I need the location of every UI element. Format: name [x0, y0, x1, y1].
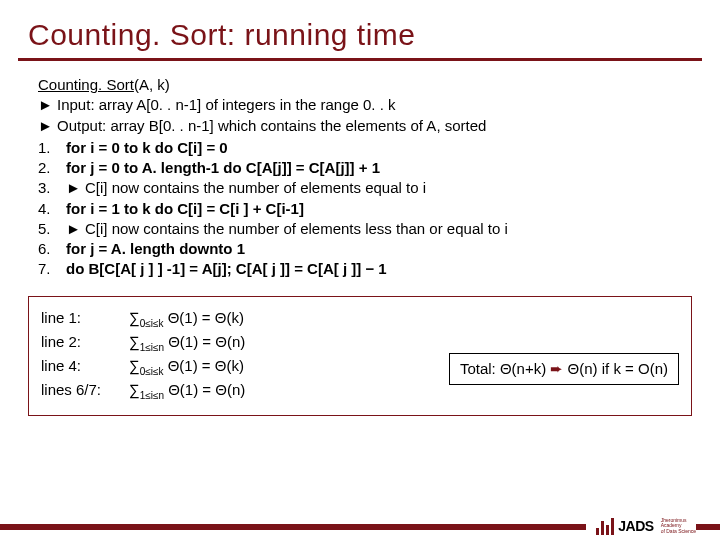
slide-title: Counting. Sort: running time: [0, 0, 720, 58]
algo-line: 4. for i = 1 to k do C[i] = C[i ] + C[i-…: [38, 199, 682, 219]
algo-line: 3. ► C[i] now contains the number of ele…: [38, 178, 682, 198]
analysis-row: line 1: ∑0≤i≤k Θ(1) = Θ(k): [41, 309, 679, 329]
brand-logo: JADS Jheronimus Academy of Data Science: [586, 512, 696, 540]
line-number: 2.: [38, 158, 66, 178]
algo-lines: 1. for i = 0 to k do C[i] = 0 2. for j =…: [38, 138, 682, 280]
slide-body: Counting. Sort(A, k) ► Input: array A[0.…: [0, 75, 720, 280]
analysis-expr: ∑0≤i≤k Θ(1) = Θ(k): [129, 309, 679, 329]
algo-line: 1. for i = 0 to k do C[i] = 0: [38, 138, 682, 158]
analysis-box: line 1: ∑0≤i≤k Θ(1) = Θ(k) line 2: ∑1≤i≤…: [28, 296, 692, 416]
analysis-expr: ∑1≤i≤n Θ(1) = Θ(n): [129, 333, 679, 353]
analysis-label: line 1:: [41, 309, 129, 326]
line-number: 6.: [38, 239, 66, 259]
algo-line: 5. ► C[i] now contains the number of ele…: [38, 219, 682, 239]
algo-line: 7. do B[C[A[ j ] ] -1] = A[j]; C[A[ j ]]…: [38, 259, 682, 279]
algo-name: Counting. Sort: [38, 76, 134, 93]
algo-line: 2. for j = 0 to A. length-1 do C[A[j]] =…: [38, 158, 682, 178]
line-text: ► C[i] now contains the number of elemen…: [66, 219, 682, 239]
total-suffix: Θ(n) if k = O(n): [563, 360, 668, 377]
total-prefix: Total: Θ(n+k): [460, 360, 550, 377]
line-number: 1.: [38, 138, 66, 158]
line-text: for j = 0 to A. length-1 do C[A[j]] = C[…: [66, 158, 682, 178]
analysis-label: lines 6/7:: [41, 381, 129, 398]
line-number: 3.: [38, 178, 66, 198]
line-text: for j = A. length downto 1: [66, 239, 682, 259]
line-number: 5.: [38, 219, 66, 239]
analysis-label: line 4:: [41, 357, 129, 374]
logo-bars-icon: [596, 517, 614, 535]
algo-comment-output: ► Output: array B[0. . n-1] which contai…: [38, 116, 682, 136]
logo-letters: JADS: [618, 518, 653, 534]
algo-signature: Counting. Sort(A, k): [38, 75, 682, 95]
line-text: do B[C[A[ j ] ] -1] = A[j]; C[A[ j ]] = …: [66, 259, 682, 279]
analysis-total: Total: Θ(n+k) ➨ Θ(n) if k = O(n): [449, 353, 679, 385]
algo-comment-input: ► Input: array A[0. . n-1] of integers i…: [38, 95, 682, 115]
algo-args: (A, k): [134, 76, 170, 93]
title-rule: [18, 58, 702, 61]
algo-line: 6. for j = A. length downto 1: [38, 239, 682, 259]
logo-subtitle: Jheronimus Academy of Data Science: [661, 518, 696, 535]
analysis-label: line 2:: [41, 333, 129, 350]
line-text: for i = 0 to k do C[i] = 0: [66, 138, 682, 158]
arrow-right-icon: ➨: [550, 360, 563, 377]
line-number: 7.: [38, 259, 66, 279]
line-number: 4.: [38, 199, 66, 219]
line-text: for i = 1 to k do C[i] = C[i ] + C[i-1]: [66, 199, 682, 219]
analysis-row: line 2: ∑1≤i≤n Θ(1) = Θ(n): [41, 333, 679, 353]
line-text: ► C[i] now contains the number of elemen…: [66, 178, 682, 198]
